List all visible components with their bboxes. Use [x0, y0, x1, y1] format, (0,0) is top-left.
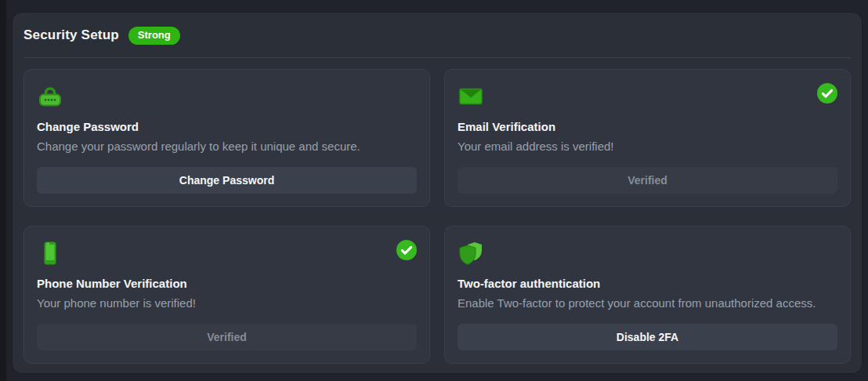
- card-description: Change your password regularly to keep i…: [37, 140, 417, 153]
- card-change-password: Change Password Change your password reg…: [24, 69, 430, 207]
- card-description: Your phone number is verified!: [37, 297, 417, 310]
- panel-header: Security Setup Strong: [24, 25, 851, 45]
- header-divider: [24, 57, 851, 58]
- phone-icon: [37, 240, 63, 267]
- envelope-icon: [458, 83, 484, 110]
- email-verified-button[interactable]: Verified: [458, 167, 837, 194]
- window-edge: [0, 0, 6, 381]
- verified-check-icon: [817, 83, 837, 103]
- card-two-factor: Two-factor authentication Enable Two-fac…: [444, 226, 851, 364]
- phone-verified-button[interactable]: Verified: [37, 324, 417, 350]
- password-strength-badge: Strong: [128, 27, 180, 45]
- disable-2fa-button[interactable]: Disable 2FA: [458, 324, 837, 350]
- card-email-verification: Email Verification Your email address is…: [444, 69, 851, 207]
- double-shield-icon: [458, 240, 484, 267]
- card-title: Change Password: [37, 121, 417, 133]
- card-title: Phone Number Verification: [37, 278, 417, 290]
- verified-check-icon: [396, 240, 417, 260]
- card-title: Two-factor authentication: [458, 278, 837, 290]
- page-title: Security Setup: [24, 27, 119, 43]
- security-setup-panel: Security Setup Strong Change Passwor: [13, 13, 862, 373]
- lock-icon: [37, 83, 63, 110]
- card-description: Your email address is verified!: [458, 140, 837, 153]
- card-title: Email Verification: [458, 121, 837, 133]
- card-phone-verification: Phone Number Verification Your phone num…: [24, 226, 430, 364]
- security-cards-grid: Change Password Change your password reg…: [24, 69, 851, 364]
- change-password-button[interactable]: Change Password: [37, 167, 417, 194]
- card-description: Enable Two-factor to protect your accoun…: [458, 297, 837, 310]
